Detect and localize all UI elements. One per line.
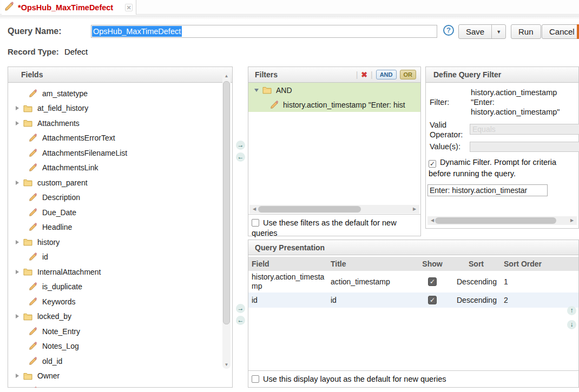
- caret-right-icon[interactable]: [14, 106, 21, 110]
- scroll-left-icon[interactable]: ◀: [251, 205, 258, 214]
- define-hscrollbar-thumb[interactable]: [435, 217, 556, 224]
- run-button[interactable]: Run: [511, 24, 541, 39]
- query-name-label: Query Name:: [8, 26, 62, 36]
- tree-item-AttachmentsLink[interactable]: AttachmentsLink: [8, 161, 232, 176]
- chevron-down-icon[interactable]: ▼: [492, 29, 505, 35]
- move-left-presentation-icon[interactable]: ←: [236, 316, 245, 325]
- tree-item-old_id[interactable]: old_id: [8, 354, 232, 369]
- folder-icon: [262, 86, 272, 94]
- filters-default-checkbox[interactable]: [252, 219, 259, 227]
- filters-hscrollbar[interactable]: ◀ ▶: [249, 205, 419, 214]
- tree-item-Keywords[interactable]: Keywords: [8, 294, 232, 309]
- dynamic-filter-checkbox[interactable]: ✓: [429, 160, 436, 168]
- clipped-edge-element: [577, 24, 579, 39]
- tab-bar: *OpsHub_MaxTimeDefect ✕: [0, 0, 579, 15]
- caret-right-icon[interactable]: [14, 270, 21, 274]
- pencil-icon: [29, 134, 37, 142]
- dynamic-filter-row: ✓Dynamic Filter. Prompt for criteria bef…: [429, 157, 576, 180]
- folder-icon: [23, 268, 32, 276]
- caret-right-icon[interactable]: [14, 240, 21, 244]
- tree-item-is_duplicate[interactable]: is_duplicate: [8, 280, 232, 295]
- tree-item-Notes_Log[interactable]: Notes_Log: [8, 339, 232, 354]
- tree-item-label: old_id: [42, 357, 62, 366]
- help-icon[interactable]: ?: [443, 25, 454, 36]
- tree-item-Due_Date[interactable]: Due_Date: [8, 205, 232, 220]
- move-right-presentation-icon[interactable]: →: [236, 304, 245, 313]
- tree-item-am_statetype[interactable]: am_statetype: [8, 86, 232, 101]
- column-header-field: Field: [252, 257, 328, 271]
- filter-item[interactable]: history.action_timestamp "Enter: hist: [248, 97, 420, 112]
- tree-item-locked_by[interactable]: locked_by: [8, 309, 232, 324]
- tree-item-label: locked_by: [37, 312, 71, 321]
- pencil-icon: [29, 342, 37, 350]
- close-icon[interactable]: ✕: [125, 4, 133, 11]
- tree-item-Owner[interactable]: Owner: [8, 369, 232, 384]
- fields-scrollbar[interactable]: ▲ ▼: [222, 72, 231, 369]
- tree-item-Priority[interactable]: Priority: [8, 383, 232, 388]
- folder-icon: [23, 178, 32, 187]
- and-button[interactable]: AND: [376, 70, 397, 79]
- filters-default-checkbox-label: Use these filters as the default for new…: [252, 218, 397, 237]
- fields-scrollbar-thumb[interactable]: [223, 81, 230, 324]
- presentation-panel-header: Query Presentation: [248, 240, 578, 255]
- define-hscrollbar[interactable]: ◀ ▶: [427, 216, 577, 225]
- tree-item-label: AttachmentsFilenameList: [42, 149, 127, 157]
- presentation-row-id[interactable]: idid✓Descending2: [248, 293, 578, 308]
- dynamic-filter-label: Dynamic Filter. Prompt for criteria befo…: [429, 158, 556, 178]
- scroll-up-icon[interactable]: ▲: [222, 72, 231, 80]
- tab-active[interactable]: *OpsHub_MaxTimeDefect ✕: [2, 0, 136, 15]
- tree-item-AttachmentsFilenameList[interactable]: AttachmentsFilenameList: [8, 145, 232, 161]
- presentation-default-checkbox[interactable]: [252, 375, 259, 383]
- move-down-icon[interactable]: ↓: [567, 320, 576, 329]
- tree-item-Headline[interactable]: Headline: [8, 220, 232, 235]
- scroll-right-icon[interactable]: ▶: [411, 205, 418, 214]
- prompt-text-input[interactable]: [427, 184, 548, 196]
- query-name-input[interactable]: OpsHub_MaxTimeDefect: [91, 25, 437, 38]
- fields-tree: am_statetype at_field_history Attachment…: [8, 83, 232, 388]
- folder-icon: [23, 119, 32, 127]
- show-checkbox[interactable]: ✓: [428, 296, 437, 304]
- delete-filter-icon[interactable]: ✖: [361, 70, 367, 79]
- move-up-icon[interactable]: ↑: [567, 306, 576, 315]
- caret-right-icon[interactable]: [14, 121, 21, 125]
- tree-item-custom_parent[interactable]: custom_parent: [8, 175, 232, 190]
- tree-item-id[interactable]: id: [8, 250, 232, 265]
- save-button[interactable]: Save ▼: [458, 24, 506, 39]
- show-checkbox[interactable]: ✓: [428, 277, 437, 286]
- caret-right-icon[interactable]: [14, 374, 21, 378]
- move-left-filter-icon[interactable]: ←: [236, 152, 245, 162]
- folder-icon: [23, 313, 32, 321]
- valid-operator-input: Equals: [470, 124, 579, 135]
- tree-item-at_field_history[interactable]: at_field_history: [8, 101, 232, 116]
- cancel-button[interactable]: Cancel: [542, 24, 579, 39]
- tree-item-label: Keywords: [42, 297, 75, 306]
- scroll-down-icon[interactable]: ▼: [222, 361, 231, 369]
- caret-down-icon[interactable]: [253, 89, 260, 92]
- pencil-icon: [4, 2, 14, 14]
- filter-group-and[interactable]: AND: [248, 83, 420, 97]
- pencil-icon: [29, 149, 37, 157]
- or-button[interactable]: OR: [400, 70, 417, 79]
- tree-item-Attachments[interactable]: Attachments: [8, 116, 232, 131]
- tree-item-Description[interactable]: Description: [8, 190, 232, 205]
- caret-right-icon[interactable]: [14, 181, 21, 185]
- tree-item-label: history: [37, 238, 60, 247]
- presentation-row-action_timestamp[interactable]: history.action_timestampaction_timestamp…: [248, 271, 578, 293]
- pencil-icon: [29, 297, 37, 306]
- tree-item-label: id: [42, 253, 48, 261]
- filter-value: history.action_timestamp "Enter: history…: [471, 88, 579, 117]
- row-title: id: [331, 293, 413, 308]
- tree-item-Note_Entry[interactable]: Note_Entry: [8, 324, 232, 339]
- move-right-filter-icon[interactable]: →: [236, 141, 245, 150]
- folder-icon: [23, 372, 32, 380]
- filters-panel-title: Filters: [255, 70, 278, 79]
- tree-item-AttachmentsErrorText[interactable]: AttachmentsErrorText: [8, 131, 232, 146]
- filters-hscrollbar-thumb[interactable]: [258, 206, 361, 212]
- tree-item-label: Notes_Log: [42, 342, 79, 350]
- caret-right-icon[interactable]: [14, 314, 21, 318]
- fields-panel: Fields am_statetype at_field_history Att…: [8, 67, 233, 388]
- tree-item-label: Description: [42, 193, 80, 202]
- tree-item-history[interactable]: history: [8, 235, 232, 250]
- scroll-right-icon[interactable]: ▶: [568, 216, 576, 225]
- tree-item-InternalAttachment[interactable]: InternalAttachment: [8, 264, 232, 280]
